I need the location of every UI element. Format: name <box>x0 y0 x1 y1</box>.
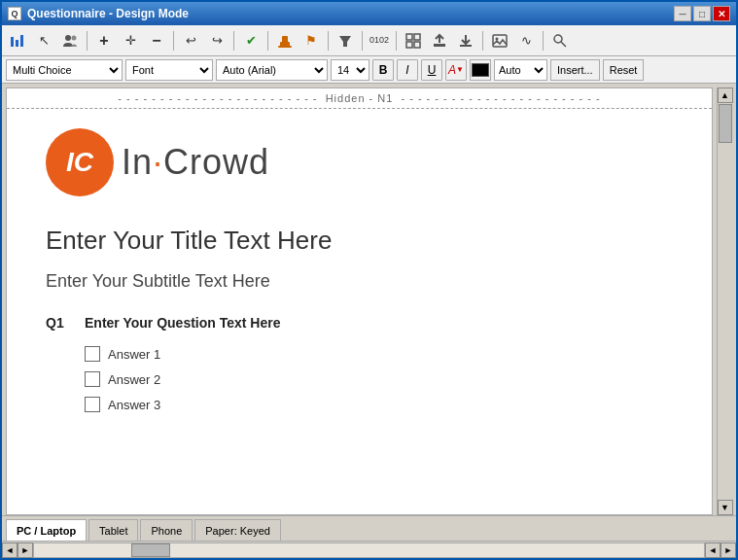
move-icon[interactable]: ✛ <box>119 29 142 52</box>
cursor-icon[interactable]: ↖ <box>32 29 55 52</box>
sep8 <box>482 31 483 51</box>
font-size-select[interactable]: 14 <box>331 59 369 81</box>
nav-right-button[interactable]: ► <box>18 542 33 558</box>
svg-line-17 <box>561 42 566 47</box>
content-panel: - - - - - - - - - - - - - - - - - - - - … <box>6 88 713 515</box>
add-icon[interactable]: + <box>92 29 116 52</box>
stamp-icon[interactable] <box>273 29 297 52</box>
redo-icon[interactable]: ↪ <box>205 29 228 52</box>
sep7 <box>396 31 397 51</box>
tab-pc-laptop[interactable]: PC / Laptop <box>6 519 87 541</box>
sep2 <box>173 31 174 51</box>
color-swatch[interactable] <box>470 59 491 81</box>
main-area: - - - - - - - - - - - - - - - - - - - - … <box>2 84 736 515</box>
users-icon[interactable] <box>58 29 82 52</box>
chart-icon[interactable] <box>6 29 29 52</box>
highlight-button[interactable]: A▼ <box>445 59 467 81</box>
checkbox-3[interactable] <box>85 397 100 412</box>
svg-rect-11 <box>414 42 420 48</box>
checkbox-2[interactable] <box>85 371 100 387</box>
answer-label-2: Answer 2 <box>108 372 160 387</box>
reset-button[interactable]: Reset <box>603 59 645 81</box>
svg-rect-9 <box>414 34 420 40</box>
survey-subtitle[interactable]: Enter Your Subtitle Text Here <box>46 271 673 292</box>
download-icon[interactable] <box>454 29 477 52</box>
maximize-button[interactable]: □ <box>693 6 711 21</box>
scroll-thumb[interactable] <box>719 104 732 143</box>
sep5 <box>328 31 329 51</box>
vertical-scrollbar: ▲ ▼ <box>717 88 732 515</box>
sep3 <box>233 31 234 51</box>
answers-list: Answer 1 Answer 2 Answer 3 <box>85 346 673 412</box>
scroll-down-button[interactable]: ▼ <box>718 500 733 515</box>
answer-label-3: Answer 3 <box>108 398 160 412</box>
check-icon[interactable]: ✔ <box>239 29 263 52</box>
wave-icon[interactable]: ∿ <box>514 29 538 52</box>
logo-text: In·Crowd <box>122 142 269 183</box>
close-button[interactable]: ✕ <box>713 6 730 21</box>
svg-rect-8 <box>406 34 412 40</box>
app-window: Q Questionnaire - Design Mode ─ □ ✕ ↖ + … <box>0 0 738 560</box>
color-box <box>472 63 489 77</box>
svg-rect-10 <box>406 42 412 48</box>
insert-button[interactable]: Insert... <box>550 59 600 81</box>
sep6 <box>362 31 363 51</box>
tab-bar: PC / Laptop Tablet Phone Paper: Keyed <box>2 515 736 541</box>
survey-content[interactable]: IC In·Crowd Enter Your Title Text Here E… <box>7 109 712 514</box>
svg-rect-14 <box>493 35 507 47</box>
question-number: Q1 <box>46 315 75 331</box>
answer-item-1: Answer 1 <box>85 346 673 362</box>
logo-dot: · <box>153 142 163 182</box>
svg-rect-0 <box>11 37 14 47</box>
answer-item-2: Answer 2 <box>85 371 673 387</box>
svg-rect-1 <box>16 40 18 47</box>
question-text[interactable]: Enter Your Question Text Here <box>85 315 281 331</box>
hscroll-right-button[interactable]: ► <box>720 542 736 558</box>
svg-point-4 <box>72 35 77 40</box>
filter-icon[interactable] <box>334 29 357 52</box>
tab-paper-keyed[interactable]: Paper: Keyed <box>194 519 281 541</box>
italic-button[interactable]: I <box>397 59 418 81</box>
scroll-up-button[interactable]: ▲ <box>718 88 733 103</box>
scroll-track <box>718 103 733 500</box>
sep1 <box>87 31 88 51</box>
font-name-select[interactable]: Auto (Arial) <box>216 59 328 81</box>
svg-rect-7 <box>278 46 292 48</box>
hscroll-track <box>33 542 705 558</box>
hscroll-left-button[interactable]: ◄ <box>705 542 720 558</box>
minimize-button[interactable]: ─ <box>674 6 691 21</box>
font-select[interactable]: Font <box>125 59 213 81</box>
tab-phone[interactable]: Phone <box>140 519 193 541</box>
flag-icon[interactable]: ⚑ <box>299 29 323 52</box>
logo-circle: IC <box>46 128 114 196</box>
auto-select[interactable]: Auto <box>494 59 547 81</box>
app-icon: Q <box>8 7 21 20</box>
hidden-label: - - - - - - - - - - - - - - - - - - - - … <box>7 88 712 109</box>
checkbox-1[interactable] <box>85 346 100 362</box>
survey-title[interactable]: Enter Your Title Text Here <box>46 226 673 256</box>
undo-icon[interactable]: ↩ <box>179 29 202 52</box>
layout1-icon[interactable] <box>402 29 425 52</box>
hscroll-thumb[interactable] <box>131 543 170 557</box>
choice-select[interactable]: Multi Choice <box>6 59 123 81</box>
svg-rect-6 <box>282 36 288 43</box>
tab-tablet[interactable]: Tablet <box>88 519 138 541</box>
svg-point-16 <box>554 35 562 43</box>
search-icon[interactable] <box>548 29 572 52</box>
remove-icon[interactable]: − <box>145 29 168 52</box>
svg-point-3 <box>65 35 71 41</box>
nav-left-button[interactable]: ◄ <box>2 542 18 558</box>
main-toolbar: ↖ + ✛ − ↩ ↪ ✔ ⚑ <box>2 25 736 56</box>
upload-icon[interactable] <box>428 29 451 52</box>
svg-rect-2 <box>20 35 23 47</box>
bold-button[interactable]: B <box>372 59 394 81</box>
bottom-bar: ◄ ► ◄ ► <box>2 541 736 558</box>
sep9 <box>543 31 544 51</box>
nav-arrows: ◄ ► <box>2 542 33 558</box>
title-bar-buttons: ─ □ ✕ <box>674 6 730 21</box>
number-icon[interactable]: 0102 <box>368 29 391 52</box>
underline-button[interactable]: U <box>421 59 442 81</box>
image-icon[interactable] <box>488 29 511 52</box>
question-row: Q1 Enter Your Question Text Here <box>46 315 673 331</box>
answer-label-1: Answer 1 <box>108 347 160 362</box>
